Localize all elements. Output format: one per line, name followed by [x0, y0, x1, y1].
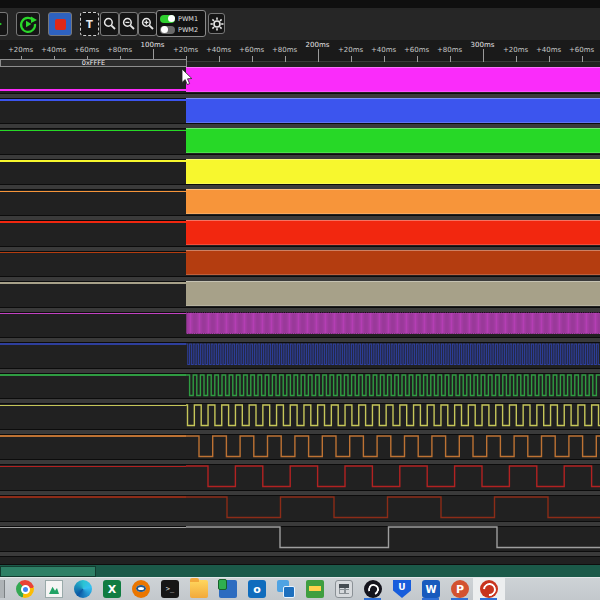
ruler-label: +40ms	[41, 46, 66, 54]
ruler-label: 300ms	[471, 41, 495, 49]
scrollbar-thumb[interactable]	[0, 566, 96, 577]
play-icon	[0, 17, 2, 31]
start-capture-button[interactable]	[0, 12, 8, 36]
channel-6-idle-line	[0, 221, 186, 223]
channel-11-row[interactable]	[0, 373, 600, 398]
ruler-label: +20ms	[503, 46, 528, 54]
ruler-label: +40ms	[371, 46, 396, 54]
photos-icon[interactable]	[45, 580, 63, 598]
bus-value: 0xFFFE	[82, 60, 105, 66]
calculator-icon[interactable]	[335, 580, 353, 598]
repeated-capture-button[interactable]	[16, 12, 40, 36]
ruler-label: +20ms	[338, 46, 363, 54]
ruler-label: +60ms	[404, 46, 429, 54]
green-tool-icon[interactable]	[306, 580, 324, 598]
magnifier-icon	[103, 17, 117, 31]
ruler-label: +80ms	[272, 46, 297, 54]
ruler-label: 200ms	[306, 41, 330, 49]
channel-1-row[interactable]	[0, 67, 600, 92]
excel-icon[interactable]: X	[103, 580, 121, 598]
pwm1-label: PWM1	[178, 15, 198, 23]
ruler-label: +80ms	[107, 46, 132, 54]
channel-12-row[interactable]	[0, 403, 600, 428]
channel-7-row[interactable]	[0, 250, 600, 275]
trigger-button[interactable]: T	[80, 12, 99, 36]
partial-window-icon[interactable]	[0, 580, 16, 598]
channel-16-row[interactable]	[0, 525, 600, 550]
ruler-label: 100ms	[141, 41, 165, 49]
taskbar: X>_oUWP	[0, 578, 600, 600]
edge-icon[interactable]	[74, 580, 92, 598]
channel-14-waveform	[186, 464, 600, 489]
powerpoint-icon[interactable]: P	[451, 580, 469, 598]
outlook-icon-glyph: o	[248, 580, 266, 598]
edge-icon-glyph	[74, 580, 92, 598]
channel-13-idle-line	[0, 435, 186, 437]
channel-4-waveform	[186, 159, 600, 184]
channel-3-idle-line	[0, 130, 186, 132]
pwm-settings-button[interactable]	[208, 13, 225, 34]
channel-6-row[interactable]	[0, 220, 600, 245]
channel-9-row[interactable]	[0, 311, 600, 336]
channel-1-waveform	[186, 67, 600, 92]
obs-icon[interactable]	[364, 580, 382, 598]
channel-8-row[interactable]	[0, 281, 600, 306]
pwm-panel: PWM1 PWM2	[156, 10, 206, 37]
terminal-icon-glyph: >_	[161, 580, 179, 598]
channel-2-waveform	[186, 98, 600, 123]
channel-10-idle-line	[0, 343, 186, 345]
waveform-area[interactable]	[0, 62, 600, 564]
ruler-label: +20ms	[8, 46, 33, 54]
zoom-out-button[interactable]	[119, 12, 138, 36]
zoom-fit-button[interactable]	[100, 12, 119, 36]
channel-13-waveform	[186, 434, 600, 459]
channel-13-row[interactable]	[0, 434, 600, 459]
channel-5-row[interactable]	[0, 189, 600, 214]
channel-5-waveform	[186, 189, 600, 214]
row-separator	[0, 551, 600, 557]
channel-7-waveform	[186, 250, 600, 275]
channel-14-row[interactable]	[0, 464, 600, 489]
blender-icon[interactable]	[132, 580, 150, 598]
outlook-icon[interactable]: o	[248, 580, 266, 598]
pwm2-label: PWM2	[178, 26, 198, 34]
ruler-label: +60ms	[239, 46, 264, 54]
channel-15-row[interactable]	[0, 495, 600, 520]
logic-analyzer-window: T PWM1	[0, 0, 600, 600]
chrome-icon[interactable]	[16, 580, 34, 598]
pwm1-toggle[interactable]	[160, 15, 175, 23]
channel-10-waveform	[186, 342, 600, 367]
photos-icon-glyph	[45, 580, 63, 598]
pwm2-toggle[interactable]	[160, 26, 175, 34]
stop-capture-button[interactable]	[48, 12, 72, 36]
zoom-in-button[interactable]	[138, 12, 157, 36]
word-icon[interactable]: W	[422, 580, 440, 598]
ruler-label: +60ms	[74, 46, 99, 54]
repeat-play-icon	[18, 14, 38, 34]
vnc-icon[interactable]	[219, 580, 237, 598]
remote-desktop-icon[interactable]	[277, 580, 295, 598]
channel-4-idle-line	[0, 160, 186, 162]
shield-icon-glyph: U	[393, 580, 411, 598]
chrome-icon-glyph	[16, 580, 34, 598]
channel-10-row[interactable]	[0, 342, 600, 367]
channel-11-waveform	[186, 373, 600, 398]
green-tool-icon-glyph	[306, 580, 324, 598]
horizontal-scrollbar[interactable]	[0, 564, 600, 577]
calculator-icon-glyph	[335, 580, 353, 598]
recorder-icon[interactable]	[480, 580, 498, 598]
mouse-cursor-icon	[181, 69, 194, 86]
shield-icon[interactable]: U	[393, 580, 411, 598]
terminal-icon[interactable]: >_	[161, 580, 179, 598]
blender-icon-glyph	[132, 580, 150, 598]
channel-3-row[interactable]	[0, 128, 600, 153]
trigger-label: T	[86, 19, 93, 30]
file-explorer-icon[interactable]	[190, 580, 208, 598]
channel-2-row[interactable]	[0, 98, 600, 123]
channel-12-waveform	[186, 403, 600, 428]
powerpoint-icon-glyph: P	[451, 580, 469, 598]
ruler-label: +40ms	[536, 46, 561, 54]
channel-6-waveform	[186, 220, 600, 245]
channel-4-row[interactable]	[0, 159, 600, 184]
ruler-label: +40ms	[206, 46, 231, 54]
